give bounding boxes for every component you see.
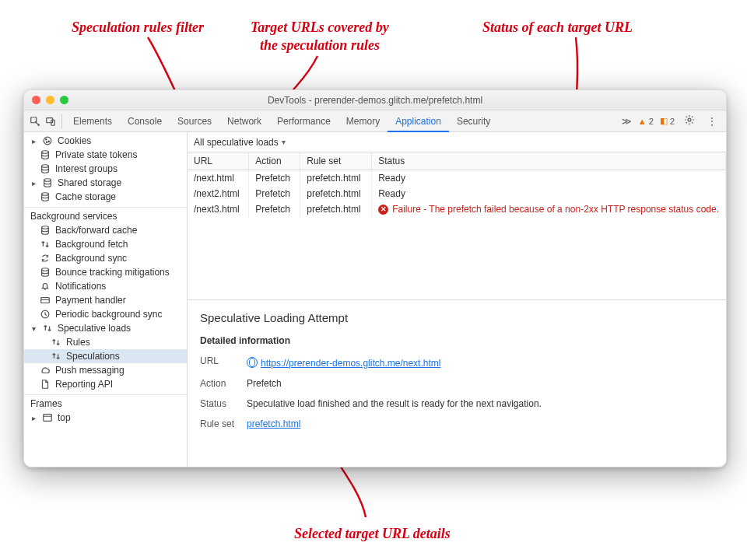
sidebar-item-payment-handler[interactable]: Payment handler <box>24 293 187 307</box>
sidebar-item-back-forward-cache[interactable]: Back/forward cache <box>24 223 187 237</box>
tab-performance[interactable]: Performance <box>269 110 338 132</box>
col-url[interactable]: URL <box>188 152 249 170</box>
db-icon <box>40 191 51 202</box>
speculation-filter-dropdown[interactable]: All speculative loads▾ <box>194 137 286 148</box>
sidebar-item-private-state-tokens[interactable]: Private state tokens <box>24 148 187 162</box>
sidebar-item-cache-storage[interactable]: Cache storage <box>24 190 187 204</box>
device-icon[interactable] <box>43 116 58 127</box>
cloud-icon <box>40 365 51 376</box>
sidebar-item-label: Periodic background sync <box>55 309 162 320</box>
window-title: DevTools - prerender-demos.glitch.me/pre… <box>24 95 726 106</box>
col-action[interactable]: Action <box>249 152 300 170</box>
cell-action: Prefetch <box>249 186 300 201</box>
tab-application[interactable]: Application <box>388 110 449 132</box>
db-icon <box>40 149 51 160</box>
detail-url-label: URL <box>200 355 247 369</box>
svg-point-13 <box>42 268 49 271</box>
sidebar-item-label: Push messaging <box>55 365 124 376</box>
toolbar-tabs: ElementsConsoleSourcesNetworkPerformance… <box>65 110 615 132</box>
sidebar-item-label: Background sync <box>55 253 127 264</box>
sidebar-item-reporting-api[interactable]: Reporting API <box>24 377 187 391</box>
sidebar-item-label: Speculative loads <box>58 323 131 334</box>
sidebar-item-bounce-tracking-mitigations[interactable]: Bounce tracking mitigations <box>24 265 187 279</box>
svg-point-5 <box>46 139 47 140</box>
updown-icon <box>40 239 51 250</box>
tab-sources[interactable]: Sources <box>170 110 219 132</box>
sidebar-item-periodic-background-sync[interactable]: Periodic background sync <box>24 307 187 321</box>
cell-status: Ready <box>372 186 726 201</box>
cell-action: Prefetch <box>249 201 300 217</box>
sidebar-item-label: Cookies <box>58 135 91 146</box>
tab-security[interactable]: Security <box>449 110 498 132</box>
db-icon <box>42 177 53 188</box>
tab-console[interactable]: Console <box>120 110 170 132</box>
sidebar-item-push-messaging[interactable]: Push messaging <box>24 363 187 377</box>
table-row[interactable]: /next2.htmlPrefetchprefetch.htmlReady <box>188 186 726 201</box>
sidebar-item-interest-groups[interactable]: Interest groups <box>24 162 187 176</box>
cell-status: Ready <box>372 170 726 187</box>
detail-url-link[interactable]: https://prerender-demos.glitch.me/next.h… <box>261 358 440 369</box>
gear-icon[interactable] <box>681 114 698 128</box>
detail-ruleset-label: Rule set <box>200 418 247 429</box>
sidebar-item-background-fetch[interactable]: Background fetch <box>24 237 187 251</box>
sidebar: CookiesPrivate state tokensInterest grou… <box>24 132 188 467</box>
flags-badge[interactable]: ◧2 <box>660 116 675 126</box>
tab-network[interactable]: Network <box>219 110 269 132</box>
sidebar-item-shared-storage[interactable]: Shared storage <box>24 176 187 190</box>
cell-action: Prefetch <box>249 170 300 187</box>
sidebar-item-rules[interactable]: Rules <box>24 335 187 349</box>
col-status[interactable]: Status <box>372 152 726 170</box>
sidebar-item-top[interactable]: top <box>24 411 187 425</box>
devtools-window: DevTools - prerender-demos.glitch.me/pre… <box>23 89 727 467</box>
annotation-targets: Target URLs covered by the speculation r… <box>251 19 389 54</box>
cell-url: /next2.html <box>188 186 249 201</box>
sidebar-item-label: Payment handler <box>55 295 126 306</box>
table-row[interactable]: /next.htmlPrefetchprefetch.htmlReady <box>188 170 726 187</box>
cell-url: /next.html <box>188 170 249 187</box>
updown-icon <box>42 323 53 334</box>
cell-url: /next3.html <box>188 201 249 217</box>
detail-ruleset-link[interactable]: prefetch.html <box>247 418 300 429</box>
error-icon: ✕ <box>378 205 388 215</box>
sidebar-item-speculations[interactable]: Speculations <box>24 349 187 363</box>
speculations-table: URLActionRule setStatus /next.htmlPrefet… <box>188 152 726 217</box>
svg-point-11 <box>42 193 49 196</box>
db-icon <box>40 225 51 236</box>
content-area: All speculative loads▾ URLActionRule set… <box>188 132 726 467</box>
inspect-icon[interactable] <box>27 116 43 127</box>
annotation-details: Selected target URL details <box>294 525 451 543</box>
warnings-badge[interactable]: ▲2 <box>638 117 654 126</box>
table-row[interactable]: /next3.htmlPrefetchprefetch.html✕Failure… <box>188 201 726 217</box>
more-tabs-icon[interactable]: ≫ <box>615 116 638 127</box>
kebab-icon[interactable]: ⋮ <box>704 116 720 127</box>
detail-status-label: Status <box>200 398 247 409</box>
svg-rect-16 <box>44 415 52 422</box>
svg-point-10 <box>44 179 51 182</box>
cell-ruleset: prefetch.html <box>300 201 372 217</box>
cell-status: ✕Failure - The prefetch failed because o… <box>372 201 726 217</box>
svg-point-7 <box>46 142 47 142</box>
filter-bar: All speculative loads▾ <box>188 132 726 152</box>
sidebar-item-background-sync[interactable]: Background sync <box>24 251 187 265</box>
cell-ruleset: prefetch.html <box>300 170 372 187</box>
col-rule-set[interactable]: Rule set <box>300 152 372 170</box>
titlebar: DevTools - prerender-demos.glitch.me/pre… <box>24 90 726 110</box>
sidebar-item-label: Background fetch <box>55 239 128 250</box>
db-icon <box>40 267 51 278</box>
sidebar-heading-bg: Background services <box>24 207 187 223</box>
tab-elements[interactable]: Elements <box>65 110 120 132</box>
sidebar-item-label: Private state tokens <box>55 149 137 160</box>
sidebar-item-label: Interest groups <box>55 163 117 174</box>
sidebar-item-cookies[interactable]: Cookies <box>24 134 187 148</box>
sidebar-item-label: top <box>58 412 71 423</box>
detail-action-label: Action <box>200 378 247 389</box>
detail-section: Detailed information <box>200 335 714 346</box>
sync-icon <box>40 253 51 264</box>
annotation-status: Status of each target URL <box>482 19 633 37</box>
sidebar-item-speculative-loads[interactable]: Speculative loads <box>24 321 187 335</box>
sidebar-item-notifications[interactable]: Notifications <box>24 279 187 293</box>
sidebar-heading-frames: Frames <box>24 394 187 411</box>
globe-icon <box>247 357 258 368</box>
tab-memory[interactable]: Memory <box>338 110 388 132</box>
clock-icon <box>40 309 51 320</box>
